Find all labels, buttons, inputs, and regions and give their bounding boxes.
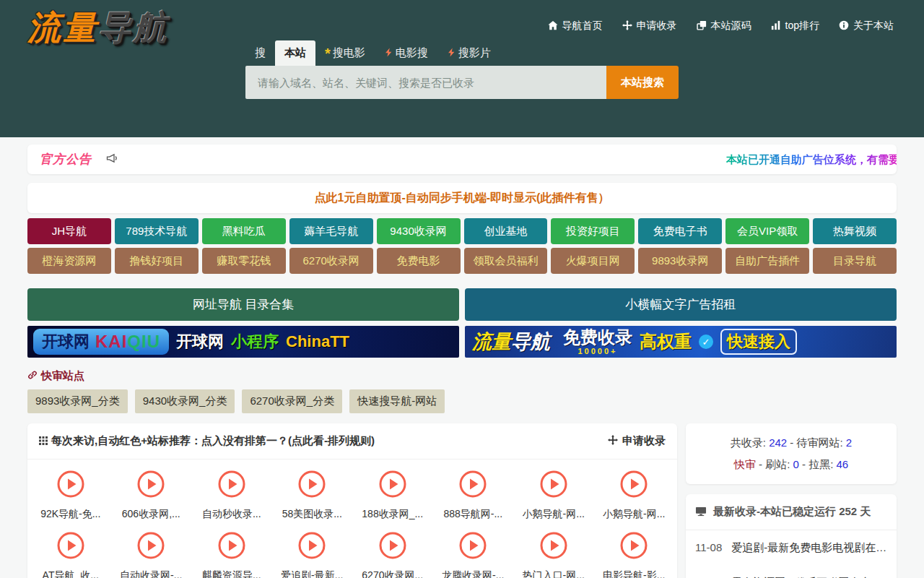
site-item[interactable]: 888导航网-... [433, 470, 514, 521]
quick-link[interactable]: 火爆项目网 [551, 248, 635, 274]
liuliang-count: 10000+ [578, 348, 617, 355]
quick-link[interactable]: 赚取零花钱 [202, 248, 286, 274]
quick-link[interactable]: 领取会员福利 [464, 248, 548, 274]
site-item[interactable]: 龙腾收录网-... [433, 531, 514, 578]
quick-link[interactable]: 撸钱好项目 [115, 248, 199, 274]
stat-brush-label: - 刷站: [759, 458, 790, 470]
quick-link[interactable]: 黑料吃瓜 [202, 218, 286, 244]
nav-apply-label: 申请收录 [637, 20, 677, 33]
info-icon [839, 20, 849, 33]
site-item[interactable]: 小鹅导航-网... [594, 470, 675, 521]
banner-directory[interactable]: 网址导航 目录合集 [27, 288, 459, 321]
apply-include-button[interactable]: 申请收录 [608, 434, 666, 448]
site-item[interactable]: 606收录网,... [111, 470, 192, 521]
ad-banner-liuliang[interactable]: 流量导航 免费收录 10000+ 高权重 ✓ 快速接入 [465, 326, 897, 358]
ad-banner-kaiqiu[interactable]: 开球网 KAIQIU 开球网 小程序 ChinaTT [27, 326, 459, 358]
quick-link[interactable]: 会员VIP领取 [725, 218, 809, 244]
stat-blacklist-value[interactable]: 46 [837, 458, 849, 470]
site-item[interactable]: 爱追剧-最新... [272, 531, 353, 578]
stat-fast-review-link[interactable]: 快审 [734, 458, 756, 470]
stat-pending-value[interactable]: 2 [846, 436, 852, 449]
tab-dianyingsou[interactable]: 电影搜 [375, 40, 437, 66]
site-logo[interactable]: 流量导航 [27, 6, 169, 51]
promo-notice[interactable]: 点此1元自助置顶-自动同步手机端-即时显示(此插件有售） [27, 183, 897, 213]
quick-links-row1: JH导航 789技术导航 黑料吃瓜 薅羊毛导航 9430收录网 创业基地 投资好… [27, 218, 897, 244]
liuliang-text-1: 流量 [472, 331, 511, 353]
quick-link[interactable]: 自助广告插件 [725, 248, 809, 274]
play-icon [539, 470, 568, 501]
fast-review-tags: 9893收录网_分类 9430收录网_分类 6270收录网_分类 快速搜导航-网… [27, 389, 897, 413]
quick-link[interactable]: JH导航 [27, 218, 111, 244]
site-label: AT导航_收... [43, 569, 99, 578]
tab-sou[interactable]: 搜 [245, 40, 275, 66]
nav-about[interactable]: 关于本站 [839, 20, 894, 33]
play-icon [297, 531, 326, 563]
tab-soudianying[interactable]: *搜电影 [315, 40, 375, 66]
site-label: 58美图收录... [282, 508, 342, 521]
site-item[interactable]: 小鹅导航-网... [513, 470, 594, 521]
site-item[interactable]: 188收录网_... [352, 470, 433, 521]
site-label: 热门入口-网... [523, 569, 585, 578]
quick-link[interactable]: 创业基地 [464, 218, 548, 244]
site-label: 爱追剧-最新... [281, 569, 343, 578]
nav-source[interactable]: 本站源码 [697, 20, 751, 33]
latest-item[interactable]: 11-08 零七资源网 - 优质互联网去广告软... [686, 565, 897, 578]
quick-link[interactable]: 免费电子书 [638, 218, 722, 244]
quick-link[interactable]: 目录导航 [813, 248, 897, 274]
fast-review-tag[interactable]: 快速搜导航-网站 [349, 389, 445, 413]
nav-home-label: 导航首页 [562, 20, 603, 33]
nav-home[interactable]: 导航首页 [548, 20, 603, 33]
fast-review-tag[interactable]: 6270收录网_分类 [242, 389, 342, 413]
megaphone-icon [106, 152, 118, 167]
site-item[interactable]: 麒麟资源导... [191, 531, 272, 578]
sites-panel-title[interactable]: 每次来访,自动红色+站标推荐：点入没有排第一？(点此看-排列规则) [51, 434, 375, 448]
nav-apply[interactable]: 申请收录 [622, 20, 677, 33]
quick-link[interactable]: 789技术导航 [115, 218, 199, 244]
quick-link[interactable]: 热舞视频 [813, 218, 897, 244]
fast-review-tag[interactable]: 9430收录网_分类 [135, 389, 235, 413]
play-icon [217, 470, 246, 501]
site-item[interactable]: AT导航_收... [30, 531, 111, 578]
latest-item[interactable]: 11-08 爱追剧-最新免费电影电视剧在线... [686, 530, 897, 565]
tab-benzhan[interactable]: 本站 [275, 40, 315, 66]
stat-blacklist-label: - 拉黑: [802, 458, 833, 470]
quick-link[interactable]: 投资好项目 [551, 218, 635, 244]
stat-total-label: 共收录: [731, 436, 766, 449]
quick-link[interactable]: 9430收录网 [377, 218, 461, 244]
site-item[interactable]: 6270收录网... [352, 531, 433, 578]
grid-icon [39, 435, 48, 447]
search-button[interactable]: 本站搜索 [606, 66, 679, 99]
quick-link[interactable]: 6270收录网 [289, 248, 373, 274]
site-item[interactable]: 电影导航-影... [594, 531, 675, 578]
play-icon [458, 531, 487, 563]
site-item[interactable]: 自动秒收录... [191, 470, 272, 521]
play-icon [619, 531, 648, 563]
tab-souyingpian[interactable]: 搜影片 [437, 40, 500, 66]
site-item[interactable]: 58美图收录... [272, 470, 353, 521]
play-icon [539, 531, 568, 563]
kaiqiu-text-1: 开球网 [176, 331, 224, 353]
stats-line-2: 快审 - 刷站: 0 - 拉黑: 46 [692, 454, 891, 475]
nav-top[interactable]: top排行 [771, 20, 819, 33]
site-header: 流量导航 导航首页 申请收录 本站源码 top排行 关于本站 搜 本站 *搜电影… [0, 0, 924, 137]
site-item[interactable]: 自动收录网-... [111, 531, 192, 578]
sites-panel: 每次来访,自动红色+站标推荐：点入没有排第一？(点此看-排列规则) 申请收录 9… [27, 423, 677, 578]
site-item[interactable]: 92K导航-免... [30, 470, 111, 521]
tab-souyingpian-label: 搜影片 [458, 46, 491, 60]
play-icon [136, 470, 165, 501]
search-zone: 搜 本站 *搜电影 电影搜 搜影片 本站搜索 [245, 40, 679, 99]
bolt-icon [447, 47, 456, 59]
stat-total-value[interactable]: 242 [769, 436, 787, 449]
stat-brush-value[interactable]: 0 [793, 458, 798, 470]
latest-item-title: 爱追剧-最新免费电影电视剧在线... [731, 541, 887, 555]
ad-banners: 开球网 KAIQIU 开球网 小程序 ChinaTT 流量导航 免费收录 100… [27, 326, 897, 358]
quick-link[interactable]: 免费电影 [377, 248, 461, 274]
liuliang-text-5: 快速接入 [720, 329, 797, 355]
banner-ad-rent[interactable]: 小横幅文字广告招租 [465, 288, 897, 321]
search-input[interactable] [245, 66, 606, 99]
quick-link[interactable]: 橙海资源网 [27, 248, 111, 274]
fast-review-tag[interactable]: 9893收录网_分类 [27, 389, 128, 413]
quick-link[interactable]: 薅羊毛导航 [289, 218, 373, 244]
quick-link[interactable]: 9893收录网 [638, 248, 722, 274]
site-item[interactable]: 热门入口-网... [513, 531, 594, 578]
